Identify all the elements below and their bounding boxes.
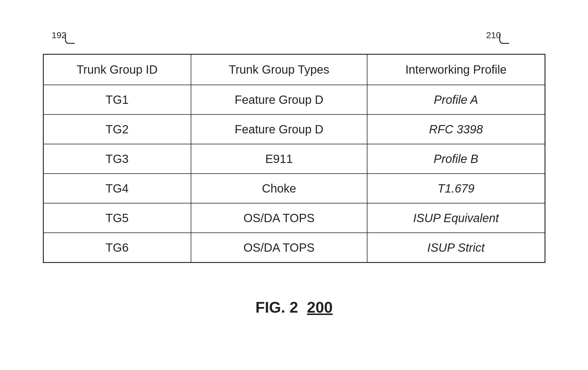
table-row: TG2Feature Group DRFC 3398 <box>43 114 545 144</box>
callout-192-text: 192 <box>52 30 67 40</box>
cell-id-0: TG1 <box>43 85 191 114</box>
cell-type-5: OS/DA TOPS <box>191 233 367 262</box>
cell-profile-0: Profile A <box>367 85 545 114</box>
trunk-group-table: Trunk Group ID Trunk Group Types Interwo… <box>43 54 545 263</box>
callout-192-label: 192 <box>52 30 67 40</box>
table-row: TG3E911Profile B <box>43 144 545 174</box>
cell-profile-5: ISUP Strict <box>367 233 545 262</box>
cell-profile-1: RFC 3398 <box>367 114 545 144</box>
table-header-row: Trunk Group ID Trunk Group Types Interwo… <box>43 54 545 85</box>
cell-id-2: TG3 <box>43 144 191 174</box>
fig-number: 200 <box>307 298 333 316</box>
callout-210-label: 210 <box>486 30 501 40</box>
table-row: TG5OS/DA TOPSISUP Equivalent <box>43 203 545 233</box>
cell-profile-2: Profile B <box>367 144 545 174</box>
cell-type-1: Feature Group D <box>191 114 367 144</box>
callout-210-text: 210 <box>486 30 501 40</box>
cell-type-0: Feature Group D <box>191 85 367 114</box>
cell-id-3: TG4 <box>43 174 191 203</box>
table-row: TG6OS/DA TOPSISUP Strict <box>43 233 545 262</box>
table-section: 192 210 Trunk Group ID Trunk Group Types… <box>43 54 545 263</box>
cell-id-5: TG6 <box>43 233 191 262</box>
col-header-interworking-profile: Interworking Profile <box>367 54 545 85</box>
table-row: TG4ChokeT1.679 <box>43 174 545 203</box>
table-row: TG1Feature Group DProfile A <box>43 85 545 114</box>
col-header-trunk-group-types: Trunk Group Types <box>191 54 367 85</box>
col-header-trunk-group-id: Trunk Group ID <box>43 54 191 85</box>
cell-id-1: TG2 <box>43 114 191 144</box>
fig-label: FIG. 2 <box>255 298 298 316</box>
figure-caption: FIG. 2 200 <box>255 298 333 316</box>
cell-profile-4: ISUP Equivalent <box>367 203 545 233</box>
cell-type-4: OS/DA TOPS <box>191 203 367 233</box>
page-container: 192 210 Trunk Group ID Trunk Group Types… <box>0 0 588 370</box>
cell-type-3: Choke <box>191 174 367 203</box>
cell-profile-3: T1.679 <box>367 174 545 203</box>
cell-type-2: E911 <box>191 144 367 174</box>
cell-id-4: TG5 <box>43 203 191 233</box>
